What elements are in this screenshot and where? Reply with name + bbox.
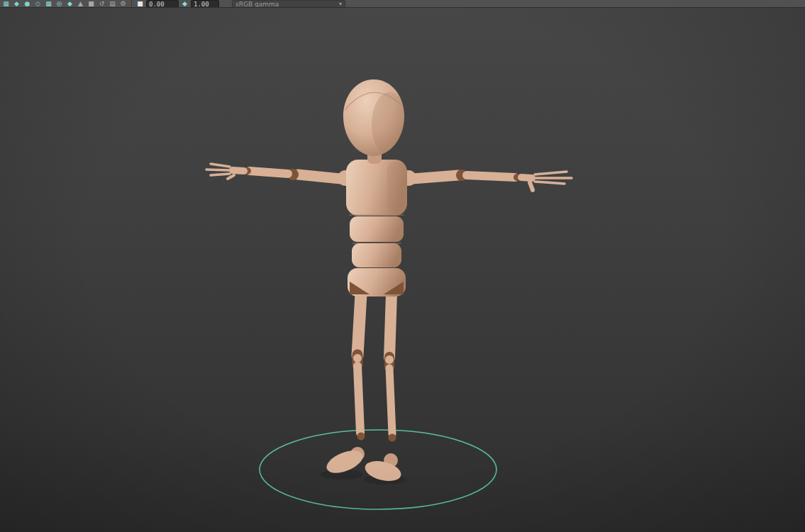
kneecap-right bbox=[385, 355, 394, 364]
chest-shading bbox=[387, 162, 406, 214]
render-view-icon[interactable]: ▤ bbox=[108, 0, 117, 8]
leg-right[interactable] bbox=[363, 294, 404, 484]
abdomen-upper bbox=[350, 216, 404, 242]
thumb-left bbox=[228, 175, 234, 179]
palm-right bbox=[521, 177, 532, 178]
snap-grid-icon[interactable]: ▦ bbox=[44, 0, 53, 8]
kneecap-left bbox=[353, 354, 362, 362]
toolbar-separator bbox=[131, 0, 132, 8]
select-by-component-icon[interactable]: ◇ bbox=[33, 0, 43, 8]
upper-arm-right bbox=[413, 175, 458, 179]
snap-curve-icon[interactable]: ◎ bbox=[55, 0, 64, 8]
3d-viewport[interactable] bbox=[0, 0, 805, 532]
arm-right[interactable] bbox=[401, 170, 572, 190]
thumb-right bbox=[530, 182, 533, 190]
select-tool-icon[interactable]: ▦ bbox=[1, 0, 11, 8]
status-toolbar: ▦◆●◇▦◎◆▲■↺▤⚙ ■ ◆ sRGB gamma ▾ bbox=[0, 0, 805, 8]
keyframe-icon[interactable]: ◆ bbox=[180, 0, 189, 8]
value-field-one[interactable] bbox=[146, 0, 179, 8]
calf-left bbox=[357, 366, 360, 433]
head[interactable] bbox=[343, 79, 407, 156]
select-by-object-icon[interactable]: ● bbox=[23, 0, 32, 8]
torso[interactable] bbox=[346, 160, 407, 297]
finger-left-3 bbox=[211, 174, 230, 175]
construction-history-icon[interactable]: ↺ bbox=[97, 0, 106, 8]
chevron-down-icon: ▾ bbox=[339, 1, 342, 8]
snap-point-icon[interactable]: ◆ bbox=[65, 0, 74, 8]
finger-right-3 bbox=[535, 182, 565, 184]
thigh-right bbox=[389, 294, 392, 358]
render-settings-icon[interactable]: ⚙ bbox=[118, 0, 128, 8]
finger-left-1 bbox=[211, 164, 230, 167]
highlighted-tool-icon[interactable]: ■ bbox=[135, 0, 145, 8]
toolbar-icon-group: ▦◆●◇▦◎◆▲■↺▤⚙ bbox=[1, 0, 128, 8]
head-shading bbox=[372, 92, 407, 156]
snap-view-plane-icon[interactable]: ▲ bbox=[76, 0, 85, 8]
calf-right bbox=[389, 368, 392, 434]
thigh-left bbox=[357, 294, 361, 355]
upper-arm-left bbox=[298, 174, 340, 179]
palm-left bbox=[233, 170, 244, 171]
value-field-two[interactable] bbox=[191, 0, 219, 8]
make-live-icon[interactable]: ■ bbox=[87, 0, 96, 8]
leg-left[interactable] bbox=[323, 294, 366, 477]
finger-left-2 bbox=[206, 170, 229, 170]
viewport-canvas[interactable] bbox=[0, 0, 805, 532]
finger-right-1 bbox=[535, 172, 567, 174]
application-window: ▦◆●◇▦◎◆▲■↺▤⚙ ■ ◆ sRGB gamma ▾ bbox=[0, 0, 805, 532]
gamma-dropdown-label: sRGB gamma bbox=[235, 1, 279, 8]
forearm-left bbox=[250, 171, 288, 174]
ankle-joint-left bbox=[357, 433, 365, 440]
ankle-joint-right bbox=[389, 434, 396, 442]
arm-left[interactable] bbox=[206, 164, 353, 186]
gamma-dropdown[interactable]: sRGB gamma ▾ bbox=[232, 0, 345, 8]
mannequin-character[interactable] bbox=[206, 79, 572, 484]
select-by-hierarchy-icon[interactable]: ◆ bbox=[12, 0, 21, 8]
forearm-right bbox=[467, 175, 515, 177]
abdomen-lower bbox=[352, 243, 401, 267]
